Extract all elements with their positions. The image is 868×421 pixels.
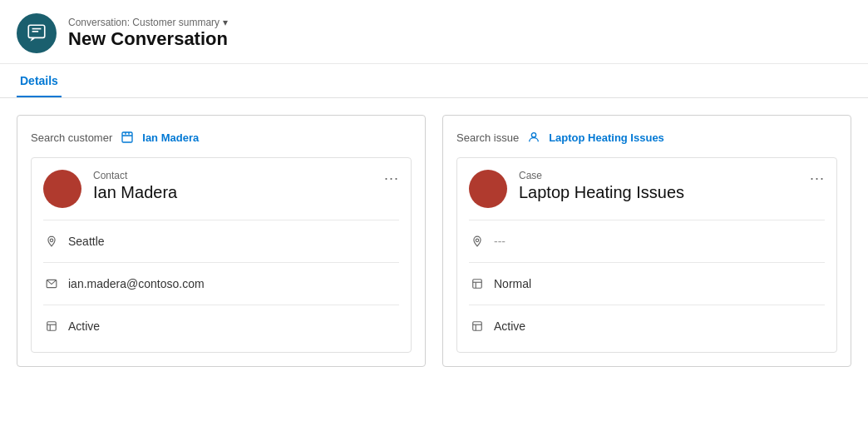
issue-search-icon xyxy=(525,129,542,146)
email-icon xyxy=(43,275,60,292)
customer-search-label: Search customer xyxy=(31,131,112,144)
divider-2 xyxy=(43,262,399,263)
header-subtitle[interactable]: Conversation: Customer summary ▾ xyxy=(68,17,228,28)
issue-card-header: Case Laptop Heating Issues ··· xyxy=(469,170,825,208)
customer-field-status: Active xyxy=(43,312,399,340)
svg-point-9 xyxy=(476,239,479,242)
customer-status-value: Active xyxy=(68,319,100,333)
svg-point-3 xyxy=(50,239,53,242)
customer-card-type: Contact xyxy=(93,170,177,181)
customer-search-value[interactable]: Ian Madera xyxy=(142,131,199,144)
issue-panel: Search issue Laptop Heating Issues Case … xyxy=(442,115,851,367)
issue-field-status: Active xyxy=(469,312,825,340)
subtitle-text: Conversation: Customer summary xyxy=(68,17,219,28)
svg-rect-13 xyxy=(473,322,482,331)
header: Conversation: Customer summary ▾ New Con… xyxy=(0,0,868,64)
issue-field-priority: Normal xyxy=(469,270,825,298)
issue-divider-3 xyxy=(469,305,825,305)
tab-details[interactable]: Details xyxy=(17,64,62,97)
issue-card: Case Laptop Heating Issues ··· --- xyxy=(456,157,837,353)
header-title: New Conversation xyxy=(68,28,228,50)
customer-location-value: Seattle xyxy=(68,235,105,248)
issue-search-row: Search issue Laptop Heating Issues xyxy=(456,129,837,146)
customer-search-row: Search customer Ian Madera xyxy=(31,129,412,146)
customer-email-value: ian.madera@contoso.com xyxy=(68,277,205,290)
issue-avatar xyxy=(469,170,507,208)
issue-card-type: Case xyxy=(519,170,684,181)
svg-rect-10 xyxy=(473,280,482,289)
issue-priority-value: Normal xyxy=(494,277,531,290)
svg-rect-5 xyxy=(47,322,57,331)
customer-card-header: Contact Ian Madera ··· xyxy=(43,170,399,208)
location-icon xyxy=(43,233,60,250)
main-content: Search customer Ian Madera Contact Ian M… xyxy=(0,98,868,384)
svg-point-8 xyxy=(531,133,535,137)
issue-field-1: --- xyxy=(469,227,825,255)
divider-3 xyxy=(43,305,399,305)
customer-field-email: ian.madera@contoso.com xyxy=(43,270,399,298)
customer-field-location: Seattle xyxy=(43,227,399,255)
customer-search-icon xyxy=(119,129,136,146)
customer-card: Contact Ian Madera ··· Seattle xyxy=(31,157,412,353)
tabs-bar: Details xyxy=(0,64,868,98)
status-icon xyxy=(43,318,60,334)
conversation-icon xyxy=(26,22,47,44)
header-icon xyxy=(17,13,57,53)
issue-field-1-value: --- xyxy=(494,235,506,248)
issue-search-value[interactable]: Laptop Heating Issues xyxy=(549,131,664,144)
issue-divider-2 xyxy=(469,262,825,263)
divider-1 xyxy=(43,220,399,220)
issue-search-label: Search issue xyxy=(456,131,519,144)
issue-status-icon xyxy=(469,318,486,334)
issue-divider-1 xyxy=(469,220,825,220)
priority-icon xyxy=(469,275,486,292)
issue-card-name: Laptop Heating Issues xyxy=(519,183,684,202)
issue-title-block: Case Laptop Heating Issues xyxy=(519,170,684,202)
customer-panel: Search customer Ian Madera Contact Ian M… xyxy=(17,115,426,367)
customer-more-button[interactable]: ··· xyxy=(384,170,399,187)
customer-card-name: Ian Madera xyxy=(93,183,177,202)
issue-location-icon xyxy=(469,233,486,250)
header-text: Conversation: Customer summary ▾ New Con… xyxy=(68,17,228,50)
issue-status-value: Active xyxy=(494,319,525,333)
customer-avatar xyxy=(43,170,81,208)
customer-title-block: Contact Ian Madera xyxy=(93,170,177,202)
issue-more-button[interactable]: ··· xyxy=(810,170,825,187)
chevron-down-icon: ▾ xyxy=(223,17,228,28)
